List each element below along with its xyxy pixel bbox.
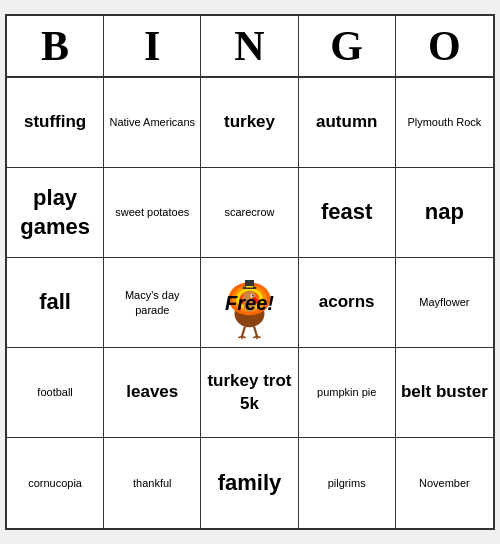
cell-r3c1[interactable]: leaves xyxy=(104,348,201,438)
cell-text-r4c0: cornucopia xyxy=(28,476,82,490)
cell-text-r3c1: leaves xyxy=(126,381,178,403)
cell-text-r1c0: play games xyxy=(11,184,99,241)
letter-g: G xyxy=(299,16,396,76)
cell-r4c4[interactable]: November xyxy=(396,438,493,528)
cell-r1c1[interactable]: sweet potatoes xyxy=(104,168,201,258)
cell-text-r4c1: thankful xyxy=(133,476,172,490)
cell-r4c2[interactable]: family xyxy=(201,438,298,528)
cell-text-r1c3: feast xyxy=(321,198,372,227)
cell-text-r2c0: fall xyxy=(39,288,71,317)
cell-text-r1c2: scarecrow xyxy=(224,205,274,219)
cell-r2c0[interactable]: fall xyxy=(7,258,104,348)
cell-r2c1[interactable]: Macy's day parade xyxy=(104,258,201,348)
cell-text-r1c4: nap xyxy=(425,198,464,227)
bingo-card: B I N G O stuffingNative Americansturkey… xyxy=(5,14,495,530)
cell-r3c0[interactable]: football xyxy=(7,348,104,438)
cell-text-r2c3: acorns xyxy=(319,291,375,313)
svg-line-14 xyxy=(242,327,245,337)
cell-text-r2c4: Mayflower xyxy=(419,295,469,309)
svg-rect-12 xyxy=(245,280,254,289)
cell-text-r0c0: stuffing xyxy=(24,111,86,133)
letter-o: O xyxy=(396,16,493,76)
cell-text-r1c1: sweet potatoes xyxy=(115,205,189,219)
cell-r3c3[interactable]: pumpkin pie xyxy=(299,348,396,438)
cell-r2c4[interactable]: Mayflower xyxy=(396,258,493,348)
cell-r0c4[interactable]: Plymouth Rock xyxy=(396,78,493,168)
cell-r1c2[interactable]: scarecrow xyxy=(201,168,298,258)
cell-r0c1[interactable]: Native Americans xyxy=(104,78,201,168)
cell-text-r0c1: Native Americans xyxy=(109,115,195,129)
cell-r1c4[interactable]: nap xyxy=(396,168,493,258)
cell-r0c0[interactable]: stuffing xyxy=(7,78,104,168)
cell-r3c2[interactable]: turkey trot 5k xyxy=(201,348,298,438)
cell-text-r3c0: football xyxy=(37,385,72,399)
bingo-header: B I N G O xyxy=(7,16,493,78)
letter-i: I xyxy=(104,16,201,76)
cell-text-r3c3: pumpkin pie xyxy=(317,385,376,399)
cell-text-r3c4: belt buster xyxy=(401,381,488,403)
cell-r4c3[interactable]: pilgrims xyxy=(299,438,396,528)
cell-r1c0[interactable]: play games xyxy=(7,168,104,258)
cell-r2c2[interactable]: Free! xyxy=(201,258,298,348)
cell-text-r4c4: November xyxy=(419,476,470,490)
letter-n: N xyxy=(201,16,298,76)
cell-text-r0c4: Plymouth Rock xyxy=(407,115,481,129)
cell-text-r4c3: pilgrims xyxy=(328,476,366,490)
cell-r0c3[interactable]: autumn xyxy=(299,78,396,168)
bingo-grid: stuffingNative AmericansturkeyautumnPlym… xyxy=(7,78,493,528)
cell-r4c0[interactable]: cornucopia xyxy=(7,438,104,528)
cell-text-r0c3: autumn xyxy=(316,111,377,133)
cell-text-r4c2: family xyxy=(218,469,282,498)
svg-line-15 xyxy=(254,327,257,337)
cell-r2c3[interactable]: acorns xyxy=(299,258,396,348)
cell-r0c2[interactable]: turkey xyxy=(201,78,298,168)
cell-r1c3[interactable]: feast xyxy=(299,168,396,258)
free-text: Free! xyxy=(225,290,274,316)
cell-r3c4[interactable]: belt buster xyxy=(396,348,493,438)
cell-text-r2c1: Macy's day parade xyxy=(108,288,196,317)
letter-b: B xyxy=(7,16,104,76)
svg-rect-13 xyxy=(246,286,254,288)
cell-text-r3c2: turkey trot 5k xyxy=(205,370,293,414)
cell-r4c1[interactable]: thankful xyxy=(104,438,201,528)
cell-text-r0c2: turkey xyxy=(224,111,275,133)
